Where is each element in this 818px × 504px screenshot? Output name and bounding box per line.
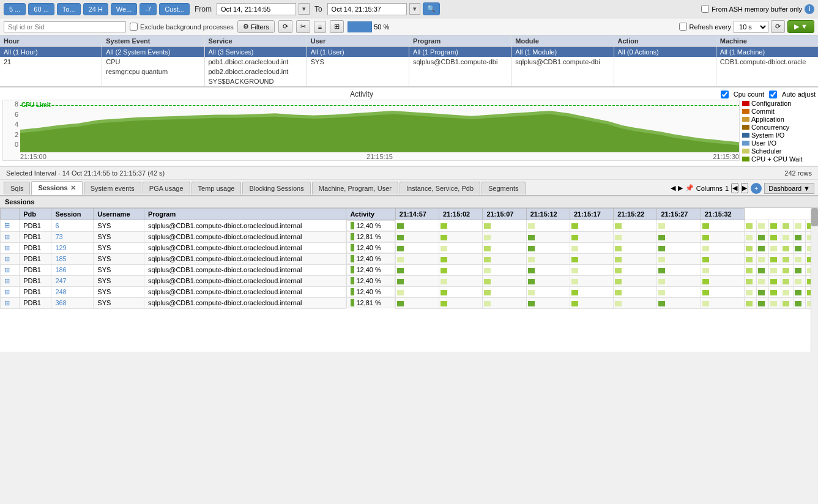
cell-bar-3-5 — [614, 253, 657, 264]
session-link-0[interactable]: 6 — [55, 222, 59, 229]
tab-segments[interactable]: Segments — [482, 182, 526, 195]
dim-item-2-0[interactable]: pdb1.dbioct.oraclecloud.int — [205, 57, 307, 67]
dim-item-2-2[interactable]: SYS$BACKGROUND — [205, 76, 307, 86]
dim-all-1[interactable]: All (2 System Events) — [102, 47, 204, 57]
segments-nav-next[interactable]: ▶ — [678, 184, 683, 192]
cell-bar-0-0 — [395, 220, 439, 232]
sessions-th-12[interactable]: 21:15:27 — [657, 209, 701, 220]
session-link-1[interactable]: 73 — [55, 233, 62, 240]
dim-all-4[interactable]: All (1 Program) — [409, 47, 511, 57]
segments-pin[interactable]: 📌 — [685, 184, 694, 192]
dim-header-4: Program — [409, 35, 511, 47]
tab-sqls[interactable]: Sqls — [4, 182, 30, 195]
sessions-th-11[interactable]: 21:15:22 — [614, 209, 657, 220]
refresh-btn[interactable]: ⟳ — [771, 20, 785, 33]
legend-label-3: Concurrency — [751, 124, 789, 131]
tab-machine--program--user[interactable]: Machine, Program, User — [312, 182, 398, 195]
to-calendar-btn[interactable]: ▾ — [409, 3, 420, 15]
add-col-btn[interactable]: + — [751, 183, 762, 194]
dim-item-7-0[interactable]: CDB1.compute-dbioct.oracle — [716, 57, 818, 67]
dim-all-0[interactable]: All (1 Hour) — [0, 47, 102, 57]
expand-btn-7[interactable]: ⊞ — [1, 297, 20, 308]
dim-item-4-0[interactable]: sqlplus@CDB1.compute-dbi — [409, 57, 511, 67]
sessions-th-2[interactable]: Session — [51, 209, 94, 220]
tab-pga-usage[interactable]: PGA usage — [143, 182, 190, 195]
dim-all-6[interactable]: All (0 Actions) — [614, 47, 716, 57]
to-datetime[interactable] — [327, 3, 407, 15]
dim-all-7[interactable]: All (1 Machine) — [716, 47, 818, 57]
icon-btn-1[interactable]: ⟳ — [278, 20, 292, 33]
segments-nav-prev[interactable]: ◀ — [671, 184, 675, 192]
tab-sessions[interactable]: Sessions✕ — [31, 181, 82, 195]
dim-item-0-0[interactable]: 21 — [0, 57, 102, 67]
sessions-th-3[interactable]: Username — [94, 209, 144, 220]
time-btn-to[interactable]: To... — [57, 3, 81, 15]
expand-btn-4[interactable]: ⊞ — [1, 264, 20, 275]
expand-btn-6[interactable]: ⊞ — [1, 286, 20, 297]
ash-checkbox[interactable] — [701, 5, 709, 13]
expand-btn-2[interactable]: ⊞ — [1, 242, 20, 253]
time-btn-5[interactable]: 5 ... — [4, 3, 26, 15]
refresh-select[interactable]: 10 s30 s1 min — [734, 21, 768, 33]
expand-btn-3[interactable]: ⊞ — [1, 253, 20, 264]
session-link-4[interactable]: 186 — [55, 266, 66, 273]
col-next-btn[interactable]: ▶ — [741, 183, 748, 193]
dim-all-2[interactable]: All (3 Services) — [205, 47, 307, 57]
sessions-th-13[interactable]: 21:15:32 — [701, 209, 744, 220]
col-prev-btn[interactable]: ◀ — [731, 183, 738, 193]
dim-item-5-0[interactable]: sqlplus@CDB1.compute-dbi — [511, 57, 613, 67]
sessions-th-4[interactable]: Program — [144, 209, 346, 220]
time-btn-cust[interactable]: Cust... — [159, 3, 190, 15]
expand-btn-1[interactable]: ⊞ — [1, 231, 20, 242]
tab-blocking-sessions[interactable]: Blocking Sessions — [242, 182, 310, 195]
session-link-7[interactable]: 368 — [55, 299, 66, 306]
session-link-5[interactable]: 247 — [55, 277, 66, 284]
dim-all-3[interactable]: All (1 User) — [307, 47, 409, 57]
tab-system-events[interactable]: System events — [84, 182, 141, 195]
from-calendar-btn[interactable]: ▾ — [299, 3, 310, 15]
dim-item-1-0[interactable]: CPU — [102, 57, 204, 67]
sessions-th-8[interactable]: 21:15:07 — [483, 209, 526, 220]
icon-btn-3[interactable]: ≡ — [314, 21, 326, 33]
icon-btn-4[interactable]: ⊞ — [330, 20, 344, 33]
filters-btn[interactable]: ⚙ Filters — [237, 20, 275, 33]
dim-item-1-1[interactable]: resmgr:cpu quantum — [102, 67, 204, 76]
dashboard-btn[interactable]: Dashboard ▼ — [764, 183, 814, 194]
dim-all-5[interactable]: All (1 Module) — [511, 47, 613, 57]
time-btn-24h[interactable]: 24 H — [83, 3, 108, 15]
sessions-th-6[interactable]: 21:14:57 — [395, 209, 439, 220]
sessions-th-1[interactable]: Pdb — [20, 209, 51, 220]
cell-bar-2-8 — [744, 242, 756, 253]
session-link-3[interactable]: 185 — [55, 255, 66, 262]
time-btn-we[interactable]: We... — [111, 3, 137, 15]
refresh-checkbox[interactable] — [679, 23, 687, 31]
icon-btn-2[interactable]: ✂ — [296, 20, 310, 33]
tab-instance--service--pdb[interactable]: Instance, Service, Pdb — [400, 182, 480, 195]
session-link-6[interactable]: 248 — [55, 288, 66, 295]
expand-btn-0[interactable]: ⊞ — [1, 220, 20, 232]
expand-btn-5[interactable]: ⊞ — [1, 275, 20, 286]
sessions-th-9[interactable]: 21:15:12 — [526, 209, 570, 220]
time-btn-60[interactable]: 60 ... — [28, 3, 54, 15]
exclude-bg-checkbox[interactable] — [130, 23, 138, 31]
go-btn[interactable]: ▶ ▼ — [787, 20, 814, 33]
search-go-btn[interactable]: 🔍 — [423, 2, 440, 15]
sessions-th-0[interactable] — [1, 209, 20, 220]
dim-item-3-0[interactable]: SYS — [307, 57, 409, 67]
dim-item-2-1[interactable]: pdb2.dbioct.oraclecloud.int — [205, 67, 307, 76]
tab-close-1[interactable]: ✕ — [70, 184, 76, 191]
auto-adjust-checkbox[interactable] — [769, 91, 777, 98]
data-table-container[interactable]: PdbSessionUsernameProgramActivity21:14:5… — [0, 208, 818, 352]
chart-area[interactable]: CPU Limit 86420 21:15:0021:15:1521:15:30 — [2, 100, 740, 161]
sessions-th-5[interactable]: Activity — [346, 209, 395, 220]
session-link-2[interactable]: 129 — [55, 244, 66, 251]
sessions-th-10[interactable]: 21:15:17 — [570, 209, 613, 220]
sql-input[interactable] — [4, 21, 126, 32]
tab-temp-usage[interactable]: Temp usage — [191, 182, 242, 195]
sessions-th-7[interactable]: 21:15:02 — [439, 209, 483, 220]
from-datetime[interactable] — [217, 3, 296, 15]
cpu-count-checkbox[interactable] — [721, 91, 729, 98]
time-btn-7[interactable]: -7 — [139, 3, 157, 15]
ash-info-btn[interactable]: i — [805, 4, 814, 14]
scrollbar[interactable] — [811, 208, 818, 352]
